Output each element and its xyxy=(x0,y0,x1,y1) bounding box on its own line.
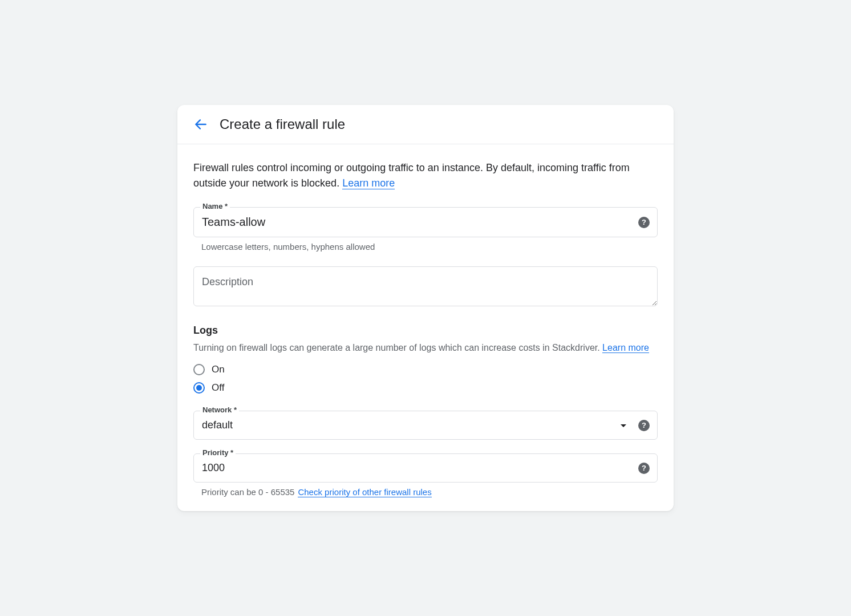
priority-label: Priority * xyxy=(200,448,236,457)
logs-description: Turning on firewall logs can generate a … xyxy=(193,341,658,355)
logs-learn-more-link[interactable]: Learn more xyxy=(602,343,649,353)
radio-icon xyxy=(193,364,205,375)
network-select[interactable]: default xyxy=(193,411,658,440)
logs-title: Logs xyxy=(193,325,658,337)
priority-check-link[interactable]: Check priority of other firewall rules xyxy=(298,487,431,497)
name-input[interactable] xyxy=(193,207,658,237)
page-title: Create a firewall rule xyxy=(220,116,345,132)
description-input[interactable] xyxy=(193,266,658,306)
network-field: Network * default ? xyxy=(193,411,658,440)
logs-desc-text: Turning on firewall logs can generate a … xyxy=(193,343,602,352)
network-value: default xyxy=(202,419,233,431)
form-content: Firewall rules control incoming or outgo… xyxy=(177,144,674,511)
logs-radio-on[interactable]: On xyxy=(193,360,658,379)
network-label: Network * xyxy=(200,406,239,414)
header: Create a firewall rule xyxy=(177,105,674,144)
intro-text-body: Firewall rules control incoming or outgo… xyxy=(193,162,630,189)
priority-input[interactable] xyxy=(193,453,658,483)
name-label: Name * xyxy=(200,202,230,210)
intro-learn-more-link[interactable]: Learn more xyxy=(342,177,395,189)
radio-label-off: Off xyxy=(212,382,224,394)
back-arrow-icon[interactable] xyxy=(193,117,208,132)
firewall-form-card: Create a firewall rule Firewall rules co… xyxy=(177,105,674,511)
priority-helper: Priority can be 0 - 65535 Check priority… xyxy=(201,487,658,497)
logs-radio-off[interactable]: Off xyxy=(193,379,658,397)
name-field: Name * ? xyxy=(193,207,658,237)
intro-text: Firewall rules control incoming or outgo… xyxy=(193,160,658,191)
logs-radio-group: On Off xyxy=(193,360,658,397)
priority-helper-text: Priority can be 0 - 65535 xyxy=(201,487,294,497)
help-icon[interactable]: ? xyxy=(638,463,650,474)
radio-icon-selected xyxy=(193,382,205,394)
priority-field: Priority * ? xyxy=(193,453,658,483)
name-helper: Lowercase letters, numbers, hyphens allo… xyxy=(201,242,658,252)
radio-label-on: On xyxy=(212,364,225,375)
help-icon[interactable]: ? xyxy=(638,420,650,431)
help-icon[interactable]: ? xyxy=(638,217,650,228)
